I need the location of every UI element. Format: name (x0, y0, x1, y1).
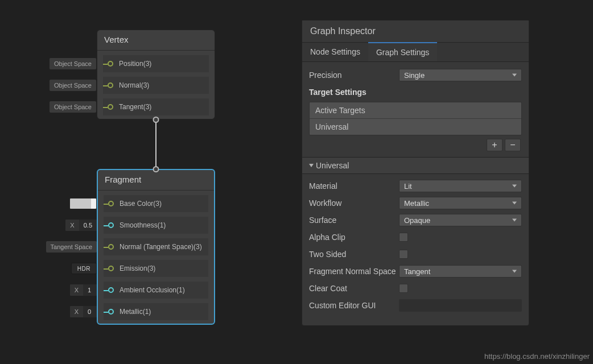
workflow-label: Workflow (309, 198, 399, 208)
port-label: Base Color(3) (120, 200, 162, 208)
port-icon[interactable] (108, 244, 114, 250)
list-header: Active Targets (310, 102, 521, 119)
hdr-chip[interactable]: HDR (71, 263, 97, 274)
port-icon[interactable] (108, 287, 114, 293)
graph-inspector-panel: Graph Inspector Node Settings Graph Sett… (302, 20, 529, 326)
color-swatch[interactable] (69, 198, 97, 209)
space-chip[interactable]: Object Space (50, 80, 96, 91)
material-label: Material (309, 181, 399, 191)
frag-normal-dropdown[interactable]: Tangent (399, 265, 522, 278)
clear-coat-checkbox[interactable] (399, 284, 408, 293)
node-graph-canvas[interactable]: Vertex Object Space Position(3) Object S… (0, 0, 302, 364)
node-body: Base Color(3) X 0.5 Smoothness(1) Tangen… (98, 195, 214, 324)
chevron-down-icon (309, 164, 314, 167)
universal-foldout[interactable]: Universal (302, 157, 529, 174)
frag-normal-label: Fragment Normal Space (309, 267, 399, 276)
fragment-port-emission[interactable]: HDR Emission(3) (104, 260, 208, 277)
surface-dropdown[interactable]: Opaque (399, 214, 522, 226)
vertex-node[interactable]: Vertex Object Space Position(3) Object S… (97, 30, 215, 119)
float-chip[interactable]: X 0 (70, 306, 97, 317)
node-title: Vertex (97, 30, 215, 51)
space-chip[interactable]: Tangent Space (46, 241, 97, 253)
fragment-port-smoothness[interactable]: X 0.5 Smoothness(1) (104, 217, 208, 234)
node-input-connector[interactable] (153, 166, 159, 172)
precision-dropdown[interactable]: Single (399, 69, 522, 81)
float-chip[interactable]: X 1 (70, 284, 97, 296)
port-label: Smoothness(1) (120, 221, 166, 229)
float-chip[interactable]: X 0.5 (65, 220, 97, 231)
watermark: https://blog.csdn.net/xinzhilinger (484, 352, 590, 361)
inspector-body: Precision Single Target Settings Active … (302, 62, 529, 325)
inspector-tabs: Node Settings Graph Settings (302, 43, 529, 62)
node-body: Object Space Position(3) Object Space No… (97, 55, 215, 119)
port-icon[interactable] (108, 222, 114, 228)
node-output-connector[interactable] (153, 117, 159, 123)
workflow-dropdown[interactable]: Metallic (399, 197, 522, 209)
add-target-button[interactable]: + (487, 139, 503, 151)
alpha-clip-label: Alpha Clip (309, 233, 399, 242)
vertex-port-tangent[interactable]: Object Space Tangent(3) (103, 98, 209, 115)
material-dropdown[interactable]: Lit (399, 180, 522, 192)
fragment-port-metallic[interactable]: X 0 Metallic(1) (104, 303, 208, 320)
port-icon[interactable] (108, 266, 114, 271)
vertex-port-normal[interactable]: Object Space Normal(3) (103, 77, 209, 94)
foldout-label: Universal (316, 161, 349, 170)
node-title: Fragment (98, 170, 214, 191)
custom-gui-label: Custom Editor GUI (309, 301, 399, 311)
custom-gui-input[interactable] (399, 299, 522, 312)
fragment-port-normal[interactable]: Tangent Space Normal (Tangent Space)(3) (104, 238, 208, 255)
port-label: Normal (Tangent Space)(3) (120, 243, 202, 251)
precision-label: Precision (309, 71, 399, 80)
port-icon[interactable] (108, 201, 114, 206)
list-item[interactable]: Universal (310, 119, 521, 135)
port-icon[interactable] (108, 82, 113, 88)
tab-graph-settings[interactable]: Graph Settings (368, 42, 437, 61)
target-settings-header: Target Settings (309, 88, 366, 97)
two-sided-checkbox[interactable] (399, 250, 408, 259)
node-edge (155, 121, 157, 168)
port-label: Position(3) (119, 60, 151, 68)
vertex-port-position[interactable]: Object Space Position(3) (103, 55, 209, 72)
port-icon[interactable] (108, 104, 113, 110)
port-icon[interactable] (108, 309, 114, 315)
port-icon[interactable] (108, 61, 113, 67)
space-chip[interactable]: Object Space (50, 101, 96, 113)
tab-node-settings[interactable]: Node Settings (302, 43, 368, 61)
port-label: Tangent(3) (119, 103, 151, 111)
surface-label: Surface (309, 216, 399, 225)
fragment-port-ao[interactable]: X 1 Ambient Occlusion(1) (104, 282, 208, 299)
clear-coat-label: Clear Coat (309, 284, 399, 293)
port-label: Emission(3) (120, 264, 155, 272)
space-chip[interactable]: Object Space (50, 58, 96, 69)
active-targets-list[interactable]: Active Targets Universal (309, 102, 522, 135)
fragment-node[interactable]: Fragment Base Color(3) X 0.5 Smoothness(… (97, 169, 215, 325)
fragment-port-basecolor[interactable]: Base Color(3) (104, 195, 208, 212)
inspector-title: Graph Inspector (302, 20, 529, 43)
port-label: Metallic(1) (120, 308, 151, 316)
port-label: Ambient Occlusion(1) (120, 286, 185, 294)
alpha-clip-checkbox[interactable] (399, 233, 408, 242)
remove-target-button[interactable]: − (505, 139, 521, 151)
two-sided-label: Two Sided (309, 250, 399, 259)
port-label: Normal(3) (119, 81, 149, 89)
